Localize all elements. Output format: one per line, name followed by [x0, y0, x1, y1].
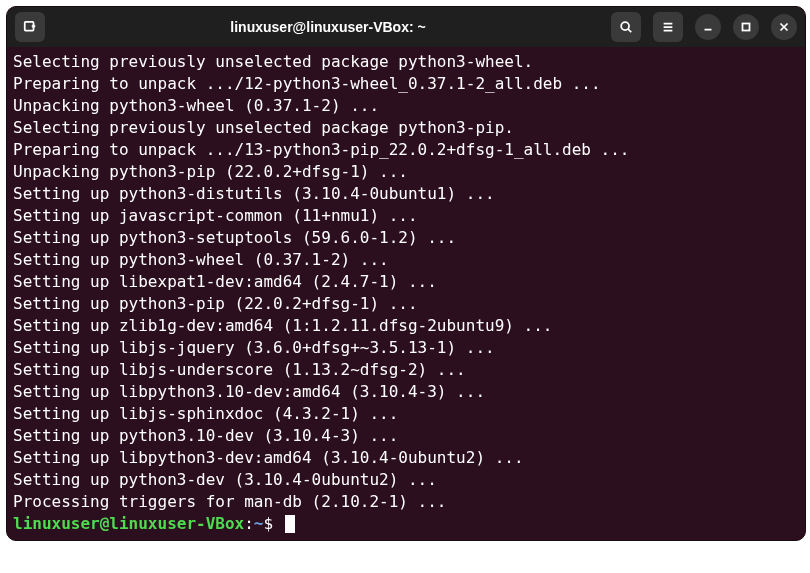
svg-line-4 [628, 29, 631, 32]
terminal-line: Preparing to unpack .../13-python3-pip_2… [13, 139, 799, 161]
terminal-line: Setting up python3.10-dev (3.10.4-3) ... [13, 425, 799, 447]
terminal-line: Setting up libexpat1-dev:amd64 (2.4.7-1)… [13, 271, 799, 293]
terminal-line: Setting up python3-distutils (3.10.4-0ub… [13, 183, 799, 205]
minimize-icon [701, 20, 715, 34]
new-tab-button[interactable] [15, 12, 45, 42]
terminal-window: linuxuser@linuxuser-VBox: ~ [6, 6, 806, 541]
new-tab-icon [23, 20, 37, 34]
maximize-button[interactable] [733, 14, 759, 40]
close-icon [777, 20, 791, 34]
prompt-line: linuxuser@linuxuser-VBox:~$ [13, 513, 799, 535]
titlebar-right [611, 12, 797, 42]
terminal-line: Setting up javascript-common (11+nmu1) .… [13, 205, 799, 227]
terminal-line: Setting up python3-setuptools (59.6.0-1.… [13, 227, 799, 249]
close-button[interactable] [771, 14, 797, 40]
minimize-button[interactable] [695, 14, 721, 40]
cursor [285, 515, 295, 533]
terminal-line: Selecting previously unselected package … [13, 117, 799, 139]
terminal-line: Setting up libpython3-dev:amd64 (3.10.4-… [13, 447, 799, 469]
terminal-line: Setting up libjs-underscore (1.13.2~dfsg… [13, 359, 799, 381]
titlebar-left [15, 12, 45, 42]
terminal-line: Setting up python3-dev (3.10.4-0ubuntu2)… [13, 469, 799, 491]
search-icon [619, 20, 633, 34]
terminal-line: Setting up python3-wheel (0.37.1-2) ... [13, 249, 799, 271]
maximize-icon [739, 20, 753, 34]
prompt-path: ~ [254, 513, 264, 535]
search-button[interactable] [611, 12, 641, 42]
svg-rect-9 [743, 24, 750, 31]
terminal-body[interactable]: Selecting previously unselected package … [7, 47, 805, 540]
prompt-colon: : [244, 513, 254, 535]
terminal-line: Setting up python3-pip (22.0.2+dfsg-1) .… [13, 293, 799, 315]
terminal-line: Unpacking python3-pip (22.0.2+dfsg-1) ..… [13, 161, 799, 183]
terminal-output: Selecting previously unselected package … [13, 51, 799, 513]
hamburger-icon [661, 20, 675, 34]
terminal-line: Setting up libjs-jquery (3.6.0+dfsg+~3.5… [13, 337, 799, 359]
menu-button[interactable] [653, 12, 683, 42]
terminal-line: Setting up zlib1g-dev:amd64 (1:1.2.11.df… [13, 315, 799, 337]
terminal-line: Processing triggers for man-db (2.10.2-1… [13, 491, 799, 513]
terminal-line: Setting up libpython3.10-dev:amd64 (3.10… [13, 381, 799, 403]
terminal-line: Setting up libjs-sphinxdoc (4.3.2-1) ... [13, 403, 799, 425]
terminal-line: Preparing to unpack .../12-python3-wheel… [13, 73, 799, 95]
terminal-line: Unpacking python3-wheel (0.37.1-2) ... [13, 95, 799, 117]
titlebar: linuxuser@linuxuser-VBox: ~ [7, 7, 805, 47]
svg-point-3 [621, 22, 629, 30]
terminal-line: Selecting previously unselected package … [13, 51, 799, 73]
prompt-symbol: $ [263, 513, 282, 535]
prompt-user-host: linuxuser@linuxuser-VBox [13, 513, 244, 535]
window-title: linuxuser@linuxuser-VBox: ~ [51, 19, 605, 35]
